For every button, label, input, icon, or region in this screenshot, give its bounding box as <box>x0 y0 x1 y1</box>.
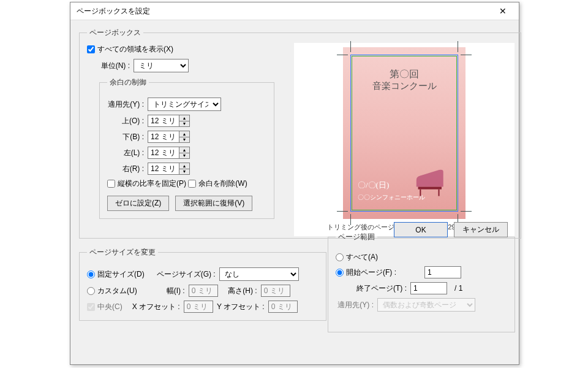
left-label: 左(L) : <box>107 148 144 158</box>
page-boxes-dialog: ページボックスを設定 ✕ ページボックス すべての領域を表示(X) 単位(N) … <box>70 2 519 365</box>
pagebox-group: ページボックス すべての領域を表示(X) 単位(N) : ミリ 余白の制御 適用… <box>79 28 521 239</box>
remove-margin-checkbox[interactable]: 余白を削除(W) <box>188 178 247 189</box>
pagesize-label: ページサイズ(G) : <box>154 269 216 280</box>
chevron-up-icon: ▲ <box>179 163 189 169</box>
page-range-legend: ページ範囲 <box>336 232 377 242</box>
left-input[interactable] <box>148 147 179 159</box>
range-apply-label: 適用先(Y) : <box>336 300 374 310</box>
chevron-up-icon: ▲ <box>179 147 189 153</box>
apply-select[interactable]: トリミングサイズ <box>148 98 221 111</box>
preview-date: 〇/〇(日) <box>358 180 389 191</box>
top-spin-buttons[interactable]: ▲▼ <box>179 115 190 127</box>
chevron-down-icon: ▼ <box>179 121 189 127</box>
pagesize-select[interactable]: なし <box>219 267 299 281</box>
chevron-down-icon: ▼ <box>179 169 189 175</box>
page-range-group: ページ範囲 すべて(A) 開始ページ(F) : 終了ページ(T) : / 1 適… <box>328 232 515 332</box>
right-spinner[interactable]: ▲▼ <box>148 163 190 175</box>
to-page-input[interactable] <box>410 282 447 294</box>
unit-select[interactable]: ミリ <box>134 59 189 72</box>
range-apply-select: 偶数および奇数ページ <box>377 298 475 312</box>
bottom-spinner[interactable]: ▲▼ <box>148 131 190 143</box>
piano-icon <box>412 167 458 197</box>
cancel-button[interactable]: キャンセル <box>454 222 508 237</box>
dialog-title: ページボックスを設定 <box>77 6 491 17</box>
margins-legend: 余白の制御 <box>107 77 149 88</box>
remove-margin-input[interactable] <box>188 180 196 188</box>
yoff-label: Y オフセット : <box>217 302 265 312</box>
fix-ratio-input[interactable] <box>107 180 115 188</box>
top-label: 上(O) : <box>107 116 144 126</box>
xoff-input <box>184 301 213 313</box>
preview-title1: 第〇回 <box>343 68 466 81</box>
left-spin-buttons[interactable]: ▲▼ <box>179 147 190 159</box>
margins-group: 余白の制御 適用先(Y) : トリミングサイズ 上(O) : ▲▼ <box>99 77 274 219</box>
height-label: 高さ(H) : <box>222 286 257 296</box>
right-input[interactable] <box>148 163 179 175</box>
chevron-up-icon: ▲ <box>179 115 189 121</box>
preview-image: 第〇回 音楽コンクール 〇/〇(日) 〇〇シンフォニーホール <box>343 47 466 219</box>
preview-area: 第〇回 音楽コンクール 〇/〇(日) 〇〇シンフォニーホール トリミング後のペー… <box>294 43 514 236</box>
chevron-down-icon: ▼ <box>179 153 189 159</box>
apply-label: 適用先(Y) : <box>107 99 144 110</box>
right-label: 右(R) : <box>107 164 144 174</box>
left-spinner[interactable]: ▲▼ <box>148 147 190 159</box>
preview-title2: 音楽コンクール <box>343 80 466 92</box>
change-size-group: ページサイズを変更 固定サイズ(D) ページサイズ(G) : なし カスタム(U… <box>79 247 326 321</box>
pagebox-legend: ページボックス <box>87 28 143 38</box>
fix-ratio-checkbox[interactable]: 縦横の比率を固定(P) <box>107 178 186 189</box>
chevron-up-icon: ▲ <box>179 131 189 137</box>
width-input <box>189 285 218 297</box>
chevron-down-icon: ▼ <box>179 137 189 143</box>
close-icon[interactable]: ✕ <box>491 4 515 18</box>
bottom-spin-buttons[interactable]: ▲▼ <box>179 131 190 143</box>
height-input <box>261 285 290 297</box>
bottom-label: 下(B) : <box>107 132 144 142</box>
top-spinner[interactable]: ▲▼ <box>148 115 190 127</box>
show-all-checkbox[interactable]: すべての領域を表示(X) <box>87 44 173 55</box>
change-size-legend: ページサイズを変更 <box>87 247 158 258</box>
from-page-input[interactable] <box>424 266 461 278</box>
dialog-footer: OK キャンセル <box>394 222 508 237</box>
center-checkbox: 中央(C) <box>87 302 123 312</box>
page-total: / 1 <box>454 284 462 293</box>
unit-label: 単位(N) : <box>99 61 130 71</box>
range-all-radio[interactable]: すべて(A) <box>336 252 378 263</box>
svg-rect-0 <box>418 187 442 190</box>
custom-radio[interactable]: カスタム(U) <box>87 286 137 296</box>
right-spin-buttons[interactable]: ▲▼ <box>179 163 190 175</box>
zero-button[interactable]: ゼロに設定(Z) <box>107 196 169 211</box>
show-all-input[interactable] <box>87 45 95 53</box>
range-from-radio[interactable]: 開始ページ(F) : <box>336 267 396 278</box>
ok-button[interactable]: OK <box>394 222 448 237</box>
titlebar: ページボックスを設定 ✕ <box>70 2 519 20</box>
to-page-label: 終了ページ(T) : <box>347 283 407 294</box>
bottom-input[interactable] <box>148 131 179 143</box>
fixed-size-radio[interactable]: 固定サイズ(D) <box>87 269 145 280</box>
top-input[interactable] <box>148 115 179 127</box>
xoff-label: X オフセット : <box>132 302 180 312</box>
svg-rect-2 <box>438 190 439 196</box>
yoff-input <box>268 301 298 313</box>
width-label: 幅(I) : <box>156 286 185 296</box>
revert-button[interactable]: 選択範囲に復帰(V) <box>175 196 252 211</box>
svg-rect-1 <box>420 190 421 196</box>
